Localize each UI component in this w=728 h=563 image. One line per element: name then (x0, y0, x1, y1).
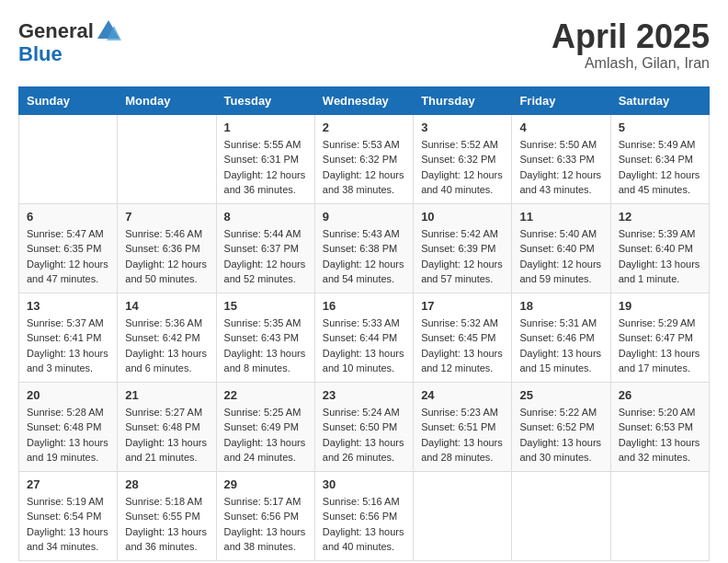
location-title: Amlash, Gilan, Iran (552, 55, 710, 72)
column-header-tuesday: Tuesday (216, 86, 314, 114)
calendar-week-row: 27Sunrise: 5:19 AMSunset: 6:54 PMDayligh… (19, 471, 710, 560)
day-number: 17 (421, 299, 504, 313)
column-header-thursday: Thursday (414, 86, 512, 114)
day-info: Sunrise: 5:40 AMSunset: 6:40 PMDaylight:… (519, 226, 602, 287)
day-info: Sunrise: 5:22 AMSunset: 6:52 PMDaylight:… (519, 405, 602, 465)
day-number: 2 (323, 121, 405, 134)
calendar-cell: 17Sunrise: 5:32 AMSunset: 6:45 PMDayligh… (414, 293, 512, 382)
calendar-cell: 5Sunrise: 5:49 AMSunset: 6:34 PMDaylight… (610, 114, 709, 203)
day-number: 8 (224, 210, 307, 224)
day-info: Sunrise: 5:19 AMSunset: 6:54 PMDaylight:… (27, 494, 109, 555)
day-number: 23 (323, 388, 405, 402)
column-header-friday: Friday (512, 86, 610, 114)
calendar-cell (118, 114, 216, 203)
calendar-cell: 6Sunrise: 5:47 AMSunset: 6:35 PMDaylight… (19, 203, 118, 293)
day-info: Sunrise: 5:16 AMSunset: 6:56 PMDaylight:… (323, 494, 405, 555)
calendar-cell (19, 114, 118, 203)
logo-general-text: General (18, 21, 94, 41)
calendar-cell: 23Sunrise: 5:24 AMSunset: 6:50 PMDayligh… (314, 382, 413, 471)
column-header-saturday: Saturday (610, 86, 709, 114)
calendar-cell: 16Sunrise: 5:33 AMSunset: 6:44 PMDayligh… (314, 293, 413, 382)
month-title: April 2025 (552, 18, 710, 55)
day-info: Sunrise: 5:25 AMSunset: 6:49 PMDaylight:… (224, 405, 307, 465)
day-info: Sunrise: 5:50 AMSunset: 6:33 PMDaylight:… (519, 137, 602, 198)
calendar-week-row: 20Sunrise: 5:28 AMSunset: 6:48 PMDayligh… (19, 382, 710, 471)
day-number: 24 (421, 388, 504, 402)
day-number: 3 (421, 121, 504, 134)
day-number: 22 (224, 388, 307, 402)
calendar-cell: 24Sunrise: 5:23 AMSunset: 6:51 PMDayligh… (414, 382, 512, 471)
day-number: 9 (323, 210, 405, 224)
day-info: Sunrise: 5:44 AMSunset: 6:37 PMDaylight:… (224, 226, 307, 287)
calendar-week-row: 6Sunrise: 5:47 AMSunset: 6:35 PMDaylight… (19, 203, 710, 293)
day-number: 6 (27, 210, 109, 224)
calendar-cell: 15Sunrise: 5:35 AMSunset: 6:43 PMDayligh… (216, 293, 314, 382)
calendar-cell: 10Sunrise: 5:42 AMSunset: 6:39 PMDayligh… (414, 203, 512, 293)
calendar-cell (512, 471, 610, 560)
calendar-cell: 11Sunrise: 5:40 AMSunset: 6:40 PMDayligh… (512, 203, 610, 293)
day-number: 25 (519, 388, 602, 402)
day-info: Sunrise: 5:33 AMSunset: 6:44 PMDaylight:… (323, 316, 405, 376)
calendar-cell: 3Sunrise: 5:52 AMSunset: 6:32 PMDaylight… (414, 114, 512, 203)
day-number: 26 (619, 388, 701, 402)
day-info: Sunrise: 5:53 AMSunset: 6:32 PMDaylight:… (323, 137, 405, 198)
day-info: Sunrise: 5:20 AMSunset: 6:53 PMDaylight:… (619, 405, 701, 465)
calendar-cell: 18Sunrise: 5:31 AMSunset: 6:46 PMDayligh… (512, 293, 610, 382)
day-info: Sunrise: 5:46 AMSunset: 6:36 PMDaylight:… (125, 226, 208, 287)
day-number: 30 (323, 477, 405, 491)
day-number: 10 (421, 210, 504, 224)
day-info: Sunrise: 5:37 AMSunset: 6:41 PMDaylight:… (27, 316, 109, 376)
day-info: Sunrise: 5:47 AMSunset: 6:35 PMDaylight:… (27, 226, 109, 287)
day-number: 12 (619, 210, 701, 224)
day-info: Sunrise: 5:39 AMSunset: 6:40 PMDaylight:… (619, 226, 701, 287)
day-number: 13 (27, 299, 109, 313)
calendar-table: SundayMondayTuesdayWednesdayThursdayFrid… (18, 86, 710, 561)
day-number: 19 (619, 299, 701, 313)
page-header: General Blue April 2025 Amlash, Gilan, I… (18, 18, 710, 72)
title-block: April 2025 Amlash, Gilan, Iran (552, 18, 710, 72)
day-info: Sunrise: 5:18 AMSunset: 6:55 PMDaylight:… (125, 494, 208, 555)
calendar-cell: 9Sunrise: 5:43 AMSunset: 6:38 PMDaylight… (314, 203, 413, 293)
logo-blue-text: Blue (18, 42, 63, 65)
calendar-cell: 4Sunrise: 5:50 AMSunset: 6:33 PMDaylight… (512, 114, 610, 203)
day-info: Sunrise: 5:23 AMSunset: 6:51 PMDaylight:… (421, 405, 504, 465)
calendar-cell: 25Sunrise: 5:22 AMSunset: 6:52 PMDayligh… (512, 382, 610, 471)
day-info: Sunrise: 5:31 AMSunset: 6:46 PMDaylight:… (519, 316, 602, 376)
calendar-cell: 1Sunrise: 5:55 AMSunset: 6:31 PMDaylight… (216, 114, 314, 203)
day-info: Sunrise: 5:24 AMSunset: 6:50 PMDaylight:… (323, 405, 405, 465)
calendar-cell: 27Sunrise: 5:19 AMSunset: 6:54 PMDayligh… (19, 471, 118, 560)
day-number: 21 (125, 388, 208, 402)
day-info: Sunrise: 5:52 AMSunset: 6:32 PMDaylight:… (421, 137, 504, 198)
day-info: Sunrise: 5:28 AMSunset: 6:48 PMDaylight:… (27, 405, 109, 465)
logo: General Blue (18, 18, 121, 64)
day-number: 5 (619, 121, 701, 134)
calendar-cell: 12Sunrise: 5:39 AMSunset: 6:40 PMDayligh… (610, 203, 709, 293)
day-info: Sunrise: 5:43 AMSunset: 6:38 PMDaylight:… (323, 226, 405, 287)
calendar-cell: 20Sunrise: 5:28 AMSunset: 6:48 PMDayligh… (19, 382, 118, 471)
day-number: 20 (27, 388, 109, 402)
column-header-sunday: Sunday (19, 86, 118, 114)
calendar-cell (610, 471, 709, 560)
calendar-header-row: SundayMondayTuesdayWednesdayThursdayFrid… (19, 86, 710, 114)
day-number: 28 (125, 477, 208, 491)
day-number: 11 (519, 210, 602, 224)
day-number: 27 (27, 477, 109, 491)
column-header-wednesday: Wednesday (314, 86, 413, 114)
day-number: 16 (323, 299, 405, 313)
calendar-cell (414, 471, 512, 560)
column-header-monday: Monday (118, 86, 216, 114)
day-number: 18 (519, 299, 602, 313)
day-info: Sunrise: 5:49 AMSunset: 6:34 PMDaylight:… (619, 137, 701, 198)
day-info: Sunrise: 5:35 AMSunset: 6:43 PMDaylight:… (224, 316, 307, 376)
calendar-cell: 30Sunrise: 5:16 AMSunset: 6:56 PMDayligh… (314, 471, 413, 560)
day-number: 15 (224, 299, 307, 313)
calendar-cell: 28Sunrise: 5:18 AMSunset: 6:55 PMDayligh… (118, 471, 216, 560)
logo-icon (96, 18, 121, 44)
day-number: 4 (519, 121, 602, 134)
calendar-cell: 13Sunrise: 5:37 AMSunset: 6:41 PMDayligh… (19, 293, 118, 382)
calendar-week-row: 13Sunrise: 5:37 AMSunset: 6:41 PMDayligh… (19, 293, 710, 382)
day-number: 14 (125, 299, 208, 313)
day-number: 1 (224, 121, 307, 134)
calendar-cell: 7Sunrise: 5:46 AMSunset: 6:36 PMDaylight… (118, 203, 216, 293)
calendar-week-row: 1Sunrise: 5:55 AMSunset: 6:31 PMDaylight… (19, 114, 710, 203)
